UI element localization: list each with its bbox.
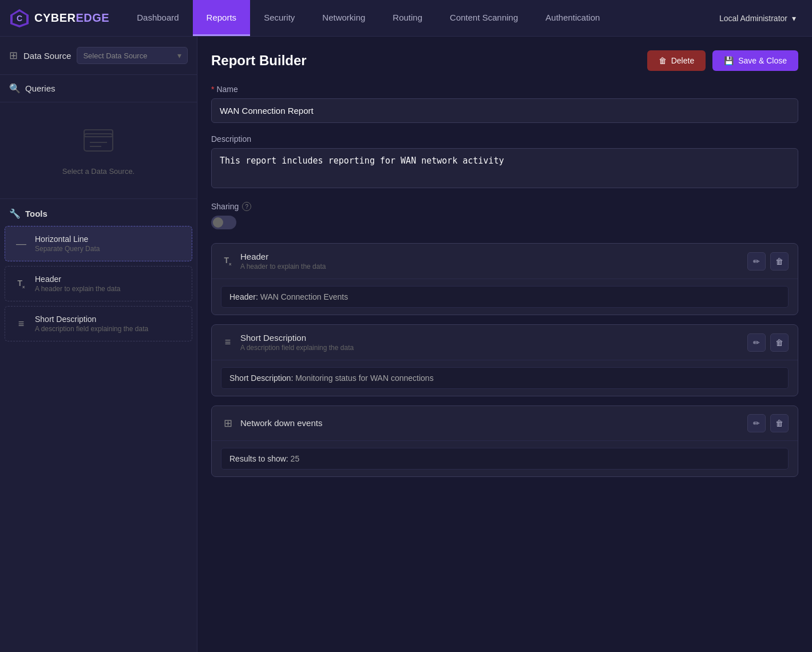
logo-icon: C <box>9 8 30 29</box>
short-desc-block-header: ≡ Short Description A description field … <box>212 325 798 360</box>
header-block-icon: Tx <box>221 256 235 267</box>
nav-item-dashboard[interactable]: Dashboard <box>123 0 192 36</box>
short-desc-tool-icon: ≡ <box>14 318 28 330</box>
trash-icon: 🗑 <box>659 56 667 65</box>
svg-text:C: C <box>17 14 22 23</box>
topbar: C CYBEREDGE Dashboard Reports Security N… <box>0 0 812 37</box>
search-icon: 🔍 <box>9 83 21 94</box>
network-down-block-title: Network down events <box>240 418 742 428</box>
description-textarea[interactable]: This report includes reporting for WAN n… <box>211 148 798 188</box>
chevron-down-icon: ▾ <box>177 51 181 60</box>
required-star: * <box>211 85 214 94</box>
sharing-help-icon[interactable]: ? <box>242 202 251 211</box>
nav-item-routing[interactable]: Routing <box>379 0 436 36</box>
short-desc-field-display: Short Description: Monitoring status for… <box>221 367 789 389</box>
main-layout: ⊞ Data Source Select Data Source ▾ 🔍 Que… <box>0 37 812 652</box>
short-desc-block-content: Short Description: Monitoring status for… <box>212 360 798 396</box>
main-nav: Dashboard Reports Security Networking Ro… <box>123 0 712 36</box>
queries-section[interactable]: 🔍 Queries <box>0 75 197 102</box>
header-field-display: Header: WAN Connection Events <box>221 286 789 308</box>
header-block-subtitle: A header to explain the data <box>240 263 742 271</box>
short-desc-edit-button[interactable]: ✏ <box>747 333 766 352</box>
tools-icon: 🔧 <box>9 208 21 219</box>
toggle-thumb <box>213 217 223 228</box>
content-header: Report Builder 🗑 Delete 💾 Save & Close <box>211 50 798 71</box>
name-input[interactable] <box>211 98 798 123</box>
short-description-builder-block: ≡ Short Description A description field … <box>211 324 798 396</box>
network-down-block-icon: ⊞ <box>221 417 235 430</box>
network-down-block-header: ⊞ Network down events ✏ 🗑 <box>212 406 798 441</box>
datasource-select[interactable]: Select Data Source ▾ <box>77 47 188 64</box>
tool-title-short-desc: Short Description <box>35 315 183 324</box>
page-title: Report Builder <box>211 53 307 69</box>
empty-datasource: Select a Data Source. <box>0 102 197 199</box>
network-down-block-actions: ✏ 🗑 <box>747 414 789 432</box>
nav-item-networking[interactable]: Networking <box>308 0 379 36</box>
short-desc-block-actions: ✏ 🗑 <box>747 333 789 352</box>
horizontal-line-icon: — <box>14 238 28 250</box>
datasource-section: ⊞ Data Source Select Data Source ▾ <box>0 37 197 75</box>
tool-title-header: Header <box>35 275 183 284</box>
network-down-field-display: Results to show: 25 <box>221 448 789 470</box>
short-desc-delete-button[interactable]: 🗑 <box>770 333 789 352</box>
sharing-toggle[interactable] <box>211 216 236 229</box>
header-edit-button[interactable]: ✏ <box>747 252 766 271</box>
header-delete-button[interactable]: 🗑 <box>770 252 789 271</box>
empty-datasource-text: Select a Data Source. <box>62 167 134 176</box>
database-icon: ⊞ <box>9 49 18 62</box>
header-block-actions: ✏ 🗑 <box>747 252 789 271</box>
save-icon: 💾 <box>724 56 734 65</box>
short-desc-block-subtitle: A description field explaining the data <box>240 344 742 352</box>
tools-label: Tools <box>25 209 47 218</box>
delete-button[interactable]: 🗑 Delete <box>647 50 706 71</box>
tools-header: 🔧 Tools <box>0 199 197 224</box>
header-buttons: 🗑 Delete 💾 Save & Close <box>647 50 798 71</box>
tool-desc-header: A header to explain the data <box>35 285 183 293</box>
network-down-delete-button[interactable]: 🗑 <box>770 414 789 432</box>
logo-text: CYBEREDGE <box>34 11 109 25</box>
nav-item-reports[interactable]: Reports <box>193 0 251 36</box>
description-section: Description This report includes reporti… <box>211 134 798 190</box>
description-label: Description <box>211 134 798 144</box>
nav-item-security[interactable]: Security <box>250 0 308 36</box>
sharing-section: Sharing ? <box>211 202 798 229</box>
sharing-label: Sharing ? <box>211 202 798 211</box>
nav-item-authentication[interactable]: Authentication <box>532 0 613 36</box>
chevron-down-icon: ▾ <box>792 14 796 23</box>
network-down-edit-button[interactable]: ✏ <box>747 414 766 432</box>
header-block-header: Tx Header A header to explain the data ✏… <box>212 244 798 279</box>
queries-label: Queries <box>25 84 56 93</box>
header-block-title: Header <box>240 252 742 261</box>
name-section: *Name <box>211 85 798 123</box>
sidebar: ⊞ Data Source Select Data Source ▾ 🔍 Que… <box>0 37 197 652</box>
tool-desc-short-desc: A description field explaining the data <box>35 325 183 333</box>
nav-item-content-scanning[interactable]: Content Scanning <box>436 0 532 36</box>
header-block-content: Header: WAN Connection Events <box>212 279 798 315</box>
content-area: Report Builder 🗑 Delete 💾 Save & Close *… <box>197 37 812 652</box>
tool-desc-horizontal-line: Separate Query Data <box>35 245 183 253</box>
tool-horizontal-line[interactable]: — Horizontal Line Separate Query Data <box>5 226 192 261</box>
save-close-button[interactable]: 💾 Save & Close <box>712 50 798 71</box>
logo: C CYBEREDGE <box>9 8 109 29</box>
network-down-block-content: Results to show: 25 <box>212 441 798 476</box>
header-builder-block: Tx Header A header to explain the data ✏… <box>211 243 798 315</box>
short-desc-block-title: Short Description <box>240 333 742 343</box>
tool-short-description[interactable]: ≡ Short Description A description field … <box>5 306 192 341</box>
datasource-label: Data Source <box>23 51 71 61</box>
user-name: Local Administrator <box>719 14 787 23</box>
datasource-placeholder: Select Data Source <box>83 51 147 60</box>
user-menu[interactable]: Local Administrator ▾ <box>712 9 803 27</box>
empty-datasource-icon <box>81 125 116 160</box>
tool-header[interactable]: Tx Header A header to explain the data <box>5 266 192 301</box>
header-tool-icon: Tx <box>14 279 28 289</box>
short-desc-block-icon: ≡ <box>221 336 235 348</box>
network-down-builder-block: ⊞ Network down events ✏ 🗑 Results to sho… <box>211 405 798 477</box>
tool-title-horizontal-line: Horizontal Line <box>35 234 183 244</box>
name-label: *Name <box>211 85 798 94</box>
